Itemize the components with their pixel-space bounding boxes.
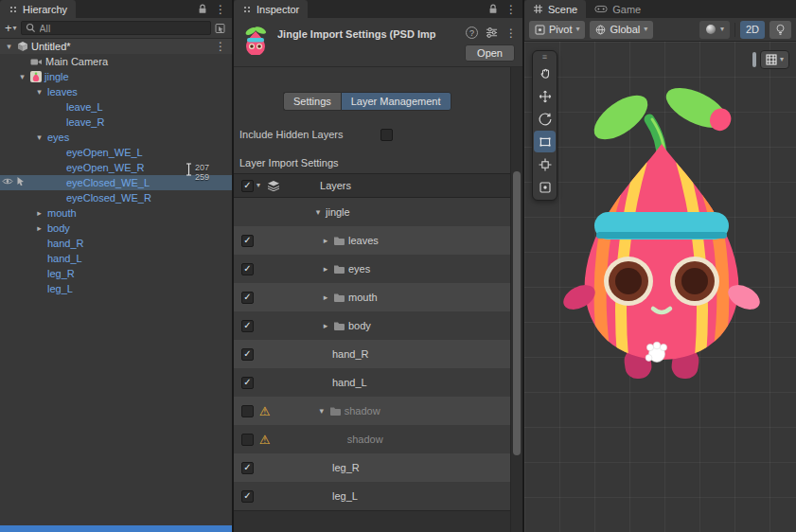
lock-icon[interactable] bbox=[197, 3, 208, 15]
hierarchy-item[interactable]: leave_R bbox=[0, 115, 232, 130]
layer-row[interactable]: ✓ ▸ mouth bbox=[234, 283, 510, 311]
layer-checkbox[interactable]: ✓ bbox=[241, 377, 254, 389]
overlay-drag-handle[interactable]: ≡ bbox=[534, 52, 556, 62]
hierarchy-item[interactable]: leg_R bbox=[0, 266, 232, 281]
hierarchy-item[interactable]: hand_R bbox=[0, 236, 232, 251]
layer-row[interactable]: ▾ jingle bbox=[234, 198, 510, 226]
layers-table-header: ✓ ▾ Layers bbox=[234, 173, 510, 198]
foldout-arrow[interactable]: ▾ bbox=[17, 73, 27, 81]
presets-icon[interactable] bbox=[486, 27, 498, 39]
layer-row[interactable]: ✓ hand_R bbox=[234, 340, 510, 368]
foldout-arrow[interactable]: ▸ bbox=[34, 209, 44, 218]
chevron-down-icon[interactable]: ▾ bbox=[256, 182, 260, 189]
hierarchy-item[interactable]: ▾ leaves bbox=[0, 84, 232, 99]
hierarchy-item[interactable]: eyeOpen_WE_L bbox=[0, 145, 232, 160]
search-icon bbox=[26, 23, 36, 33]
layer-row[interactable]: ✓ ▸ leaves bbox=[234, 226, 510, 255]
tab-hierarchy[interactable]: Hierarchy bbox=[0, 0, 76, 18]
inspector-scrollbar[interactable] bbox=[510, 67, 522, 532]
layer-checkbox[interactable]: ✓ bbox=[241, 405, 254, 417]
scrollbar-thumb[interactable] bbox=[513, 171, 521, 455]
layer-checkbox[interactable]: ✓ bbox=[241, 320, 254, 332]
tab-game[interactable]: Game bbox=[586, 0, 649, 18]
hierarchy-search[interactable] bbox=[21, 21, 211, 35]
view-hand-tool[interactable] bbox=[534, 62, 556, 84]
include-hidden-layers-checkbox[interactable]: ✓ bbox=[380, 129, 393, 141]
layer-row[interactable]: ✓ leg_R bbox=[234, 453, 510, 482]
visibility-eye-icon[interactable] bbox=[2, 177, 13, 186]
pivot-dropdown[interactable]: Pivot ▾ bbox=[529, 21, 585, 39]
scene-lighting-button[interactable] bbox=[769, 21, 791, 39]
tab-inspector[interactable]: Inspector bbox=[234, 0, 308, 18]
layer-checkbox[interactable]: ✓ bbox=[241, 490, 254, 503]
tab-settings[interactable]: Settings bbox=[283, 92, 341, 111]
hierarchy-item[interactable]: eyeClosed_WE_R bbox=[0, 190, 232, 205]
hierarchy-item[interactable]: ▸ mouth bbox=[0, 205, 232, 221]
transform-tool[interactable] bbox=[534, 153, 556, 175]
foldout-arrow[interactable]: ▸ bbox=[321, 237, 330, 245]
hierarchy-item[interactable]: hand_L bbox=[0, 251, 232, 266]
jingle-character-sprite[interactable] bbox=[562, 78, 761, 390]
kebab-menu-icon[interactable]: ⋮ bbox=[505, 4, 517, 15]
scene-viewport[interactable]: ≡ bbox=[524, 42, 796, 532]
chevron-down-icon: ▾ bbox=[575, 26, 579, 33]
toggle-2d-button[interactable]: 2D bbox=[740, 21, 765, 39]
foldout-arrow[interactable]: ▾ bbox=[317, 407, 327, 416]
kebab-menu-icon[interactable]: ⋮ bbox=[215, 4, 226, 15]
grid-visibility-dropdown[interactable]: ▾ bbox=[760, 50, 789, 69]
tab-layer-management[interactable]: Layer Management bbox=[341, 92, 451, 111]
drag-coordinates-indicator: 207 259 bbox=[186, 163, 209, 182]
search-input[interactable] bbox=[40, 23, 206, 34]
foldout-arrow[interactable]: ▸ bbox=[321, 293, 330, 302]
hierarchy-item[interactable]: ▾ jingle bbox=[0, 69, 232, 84]
layer-checkbox[interactable]: ✓ bbox=[241, 235, 254, 247]
foldout-arrow[interactable]: ▸ bbox=[321, 265, 330, 274]
layer-row[interactable]: ✓ hand_L bbox=[234, 368, 510, 397]
layer-checkbox[interactable]: ✓ bbox=[241, 462, 254, 474]
add-object-button[interactable]: + ▾ bbox=[5, 21, 17, 35]
drag-coordinate-x: 207 bbox=[195, 163, 209, 172]
hierarchy-item[interactable]: ▸ body bbox=[0, 221, 232, 236]
kebab-menu-icon[interactable]: ⋮ bbox=[505, 27, 517, 39]
layer-row[interactable]: ✓ ▸ body bbox=[234, 311, 510, 340]
help-icon[interactable]: ? bbox=[466, 27, 478, 39]
tab-label: Inspector bbox=[256, 4, 299, 15]
search-pick-icon[interactable] bbox=[215, 23, 227, 34]
check-icon: ✓ bbox=[243, 181, 251, 190]
layer-row[interactable]: ✓ ▸ eyes bbox=[234, 255, 510, 283]
layers-master-checkbox[interactable]: ✓ bbox=[241, 180, 254, 192]
foldout-arrow[interactable]: ▸ bbox=[321, 322, 330, 330]
hierarchy-item[interactable]: leg_L bbox=[0, 281, 232, 296]
overlay-drag-handle[interactable] bbox=[752, 52, 756, 67]
scene-root-row[interactable]: ▾ Untitled* ⋮ bbox=[0, 39, 232, 54]
layer-checkbox[interactable]: ✓ bbox=[241, 292, 254, 304]
layer-checkbox[interactable]: ✓ bbox=[241, 348, 254, 361]
gamepad-icon bbox=[594, 5, 608, 13]
move-tool[interactable] bbox=[534, 85, 556, 107]
custom-editor-tool[interactable] bbox=[534, 176, 556, 198]
tab-label: Scene bbox=[548, 4, 577, 15]
foldout-arrow[interactable]: ▾ bbox=[313, 208, 323, 217]
foldout-arrow[interactable]: ▾ bbox=[34, 133, 44, 142]
foldout-arrow[interactable]: ▾ bbox=[34, 88, 44, 97]
layer-row[interactable]: ✓ leg_L bbox=[234, 482, 510, 510]
global-dropdown[interactable]: Global ▾ bbox=[590, 21, 653, 39]
hierarchy-item[interactable]: leave_L bbox=[0, 99, 232, 115]
kebab-menu-icon[interactable]: ⋮ bbox=[215, 41, 226, 52]
layer-checkbox[interactable]: ✓ bbox=[241, 263, 254, 275]
layer-row[interactable]: ✓ ⚠ shadow bbox=[234, 425, 510, 453]
shading-mode-dropdown[interactable]: ▾ bbox=[699, 21, 730, 39]
layer-checkbox[interactable]: ✓ bbox=[241, 434, 254, 446]
open-button[interactable]: Open bbox=[465, 44, 515, 62]
tab-scene[interactable]: Scene bbox=[524, 0, 586, 18]
foldout-arrow[interactable]: ▸ bbox=[34, 224, 44, 233]
scene-pick-icon[interactable] bbox=[16, 176, 26, 186]
rect-tool-selected[interactable] bbox=[534, 131, 556, 152]
lock-icon[interactable] bbox=[487, 3, 499, 15]
grid-snap-overlay: ▾ bbox=[752, 50, 789, 69]
hierarchy-item[interactable]: ▾ eyes bbox=[0, 130, 232, 145]
layer-row[interactable]: ✓ ⚠ ▾ shadow bbox=[234, 397, 510, 425]
hierarchy-item[interactable]: Main Camera bbox=[0, 54, 232, 69]
foldout-arrow[interactable]: ▾ bbox=[4, 43, 14, 51]
rotate-tool[interactable] bbox=[534, 108, 556, 130]
